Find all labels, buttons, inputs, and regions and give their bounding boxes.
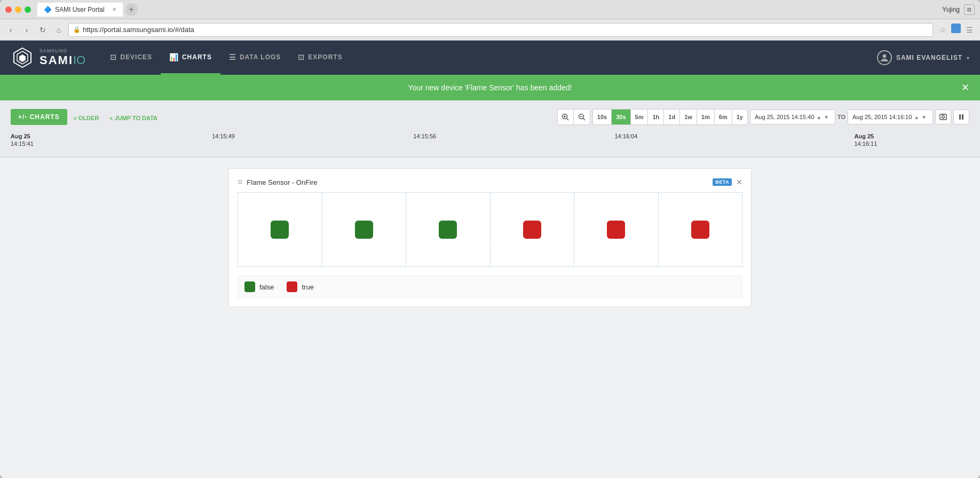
svg-rect-15 — [962, 114, 963, 120]
nav-item-exports[interactable]: ⊡ EXPORTS — [289, 41, 351, 75]
legend-label-true: true — [302, 283, 313, 291]
notification-text: Your new device 'Flame Sensor' has been … — [408, 83, 572, 92]
from-datetime-value: Aug 25, 2015 14:15:40 — [755, 114, 814, 120]
browser-tab[interactable]: 🔷 SAMI User Portal ✕ — [37, 3, 123, 17]
time-controls: 10s 30s 5m 1h 1d 1w 1m 6m 1y Aug 25, 201… — [557, 109, 969, 125]
time-1y-button[interactable]: 1y — [732, 109, 747, 124]
svg-line-5 — [567, 119, 569, 121]
chart-col-5 — [574, 193, 659, 267]
nav-item-charts[interactable]: 📊 CHARTS — [161, 41, 220, 75]
chart-col-2 — [322, 193, 407, 267]
add-charts-button[interactable]: +/- CHARTS — [11, 109, 67, 125]
svg-rect-14 — [959, 114, 961, 120]
menu-icon[interactable]: ☰ — [963, 23, 976, 36]
zoom-group — [557, 109, 590, 125]
time-6m-button[interactable]: 6m — [715, 109, 732, 124]
chart-close-button[interactable]: ✕ — [736, 178, 742, 186]
time-10s-button[interactable]: 10s — [593, 109, 612, 124]
user-dropdown-arrow[interactable]: ▾ — [967, 55, 969, 61]
tab-close-button[interactable]: ✕ — [112, 6, 116, 12]
timeline-bar: Aug 25 14:15:41 14:15:49 14:15:56 14:16:… — [0, 129, 980, 158]
drag-handle-icon[interactable]: ≡ — [238, 177, 242, 187]
timestamp-3: 14:15:56 — [413, 132, 436, 140]
pause-button[interactable] — [953, 109, 969, 124]
nav-items: ⊡ DEVICES 📊 CHARTS ☰ DATA LOGS ⊡ EXPORTS — [101, 41, 351, 75]
chart-actions: BETA ✕ — [713, 178, 742, 186]
chart-container: ≡ Flame Sensor - OnFire BETA ✕ — [228, 168, 752, 307]
nav-item-data-logs[interactable]: ☰ DATA LOGS — [220, 41, 289, 75]
data-dot-2 — [355, 221, 373, 239]
nav-label-data-logs: DATA LOGS — [240, 53, 281, 61]
address-bar[interactable]: 🔒 https://portal.samsungsami.io/#/data — [68, 23, 933, 37]
chart-header: ≡ Flame Sensor - OnFire BETA ✕ — [238, 177, 742, 187]
time-1w-button[interactable]: 1w — [680, 109, 697, 124]
screenshot-button[interactable] — [935, 109, 951, 124]
time-1d-button[interactable]: 1d — [664, 109, 680, 124]
svg-rect-11 — [940, 114, 946, 120]
minimize-traffic-light[interactable] — [15, 6, 21, 13]
home-button[interactable]: ⌂ — [52, 23, 65, 36]
timestamp-4: 14:16:04 — [614, 132, 637, 140]
time-5m-button[interactable]: 5m — [631, 109, 649, 124]
data-dot-5 — [607, 221, 625, 239]
charts-nav-area: « OLDER « JUMP TO DATA — [74, 113, 157, 121]
from-datetime-picker[interactable]: Aug 25, 2015 14:15:40 ▲ ▼ — [750, 109, 835, 124]
browser-restore-button[interactable]: ⊡ — [964, 4, 975, 15]
jump-to-data-link[interactable]: « JUMP TO DATA — [109, 115, 157, 121]
zoom-in-button[interactable] — [558, 109, 574, 124]
timestamp-2: 14:15:49 — [212, 132, 235, 140]
extension-icon[interactable] — [951, 23, 961, 33]
new-tab-button[interactable]: + — [125, 3, 138, 16]
legend-color-true — [287, 281, 297, 292]
close-traffic-light[interactable] — [5, 6, 12, 13]
browser-toolbar: ‹ › ↻ ⌂ 🔒 https://portal.samsungsami.io/… — [0, 19, 980, 41]
notification-banner: Your new device 'Flame Sensor' has been … — [0, 75, 980, 100]
traffic-lights — [5, 6, 31, 13]
from-datetime-up-arrow[interactable]: ▲ — [816, 114, 821, 120]
nav-label-devices: DEVICES — [120, 53, 152, 61]
nav-item-devices[interactable]: ⊡ DEVICES — [101, 41, 161, 75]
legend-item-true: true — [287, 281, 313, 292]
to-datetime-value: Aug 25, 2015 14:16:10 — [852, 114, 912, 120]
time-1h-button[interactable]: 1h — [648, 109, 664, 124]
reload-button[interactable]: ↻ — [36, 23, 49, 36]
older-link[interactable]: « OLDER — [74, 115, 99, 121]
logo-samsung: Samsung — [39, 48, 85, 53]
svg-rect-13 — [942, 114, 945, 115]
zoom-out-button[interactable] — [574, 109, 590, 124]
maximize-traffic-light[interactable] — [25, 6, 31, 13]
browser-actions: ☆ ☰ — [936, 23, 976, 36]
data-dot-3 — [439, 221, 457, 239]
to-datetime-picker[interactable]: Aug 25, 2015 14:16:10 ▲ ▼ — [848, 109, 933, 124]
user-avatar-icon — [877, 50, 892, 65]
time-30s-button[interactable]: 30s — [612, 109, 630, 124]
time-1m-button[interactable]: 1m — [697, 109, 715, 124]
back-button[interactable]: ‹ — [4, 23, 17, 36]
data-dot-4 — [523, 221, 541, 239]
timestamp-1: Aug 25 14:15:41 — [11, 132, 34, 148]
logo-io: IO — [73, 53, 85, 67]
to-datetime-down-arrow[interactable]: ▼ — [921, 114, 927, 120]
to-datetime-up-arrow[interactable]: ▲ — [914, 114, 919, 120]
chart-col-1 — [238, 193, 322, 267]
forward-button[interactable]: › — [20, 23, 33, 36]
nav-label-exports: EXPORTS — [308, 53, 342, 61]
header-right: SAMI EVANGELIST ▾ — [877, 50, 969, 65]
legend-item-false: false — [244, 281, 274, 292]
svg-line-9 — [583, 119, 585, 121]
browser-user: Yujing — [942, 6, 960, 13]
charts-toolbar: +/- CHARTS « OLDER « JUMP TO DATA — [0, 100, 980, 129]
time-range-group: 10s 30s 5m 1h 1d 1w 1m 6m 1y — [592, 109, 748, 125]
from-datetime-down-arrow[interactable]: ▼ — [824, 114, 829, 120]
chart-col-3 — [406, 193, 491, 267]
svg-point-3 — [882, 54, 886, 58]
notification-close-button[interactable]: ✕ — [961, 82, 969, 93]
browser-titlebar: 🔷 SAMI User Portal ✕ + Yujing ⊡ — [0, 0, 980, 19]
exports-icon: ⊡ — [298, 53, 305, 61]
logo-text: Samsung SAMI IO — [39, 48, 85, 67]
bookmark-icon[interactable]: ☆ — [936, 23, 949, 36]
chart-title-area: ≡ Flame Sensor - OnFire — [238, 177, 318, 187]
ssl-lock-icon: 🔒 — [73, 26, 81, 33]
timestamp-5: Aug 25 14:16:11 — [854, 132, 877, 148]
nav-label-charts: CHARTS — [182, 53, 212, 61]
